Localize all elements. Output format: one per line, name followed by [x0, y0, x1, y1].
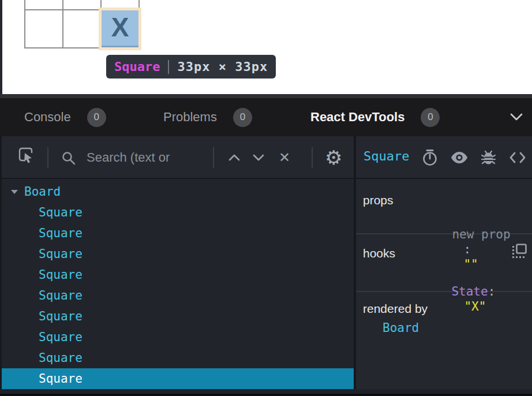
element-inspect-tooltip: Square 33px × 33px	[106, 55, 276, 79]
eye-icon[interactable]	[451, 151, 468, 164]
expander-triangle-icon[interactable]	[9, 189, 19, 195]
bottom-strip	[0, 389, 532, 394]
tree-row-square[interactable]: Square	[0, 327, 354, 348]
tab-label: Console	[24, 110, 71, 125]
tree-row-square[interactable]: Square	[0, 285, 354, 306]
tree-toolbar: ✕ ⚙	[0, 136, 354, 179]
component-name: Square	[39, 202, 83, 223]
tree-row-square[interactable]: Square	[0, 244, 354, 264]
board-square[interactable]	[63, 0, 100, 9]
tab-react-devtools[interactable]: React DevTools 0	[310, 98, 440, 136]
devtools-drawer-tabbar: Console 0 Problems 0 React DevTools 0	[0, 98, 532, 136]
component-name: Board	[24, 181, 61, 202]
tree-row-square[interactable]: Square	[0, 264, 354, 285]
component-name: Square	[39, 244, 83, 264]
search-prev-button[interactable]	[228, 154, 241, 162]
tree-row-square[interactable]: Square	[0, 306, 354, 327]
tab-problems-badge: 0	[233, 108, 252, 127]
search-next-button[interactable]	[252, 154, 265, 162]
selected-component-title: Square	[364, 149, 409, 163]
search-icon	[61, 151, 76, 166]
component-name: Square	[39, 285, 83, 306]
hooks-section: hooks State: "X"	[356, 234, 532, 292]
tic-tac-toe-board: X	[24, 0, 140, 48]
component-name: Square	[39, 327, 83, 348]
inspector-toolbar: Square	[356, 136, 532, 179]
gear-icon[interactable]: ⚙	[325, 148, 342, 167]
page-devtools-divider	[0, 94, 532, 98]
props-section: props new prop : ""	[356, 179, 532, 234]
parse-hook-names-icon[interactable]	[512, 244, 527, 259]
component-name: Square	[39, 264, 83, 285]
tab-label: Problems	[163, 110, 217, 125]
screenshot-root: X Square 33px × 33px Console 0 Problems …	[0, 0, 532, 396]
rendered-by-section: rendered by Board	[356, 292, 532, 389]
bottom-edge	[0, 394, 532, 396]
tree-row-board[interactable]: Board	[0, 181, 354, 202]
square-letter: X	[111, 14, 129, 43]
inspect-element-button[interactable]	[17, 146, 35, 163]
tab-console-badge: 0	[87, 108, 106, 127]
react-devtools-panel: ✕ ⚙ Board Square Square Square Square Sq…	[0, 136, 532, 389]
panel-left-edge	[0, 136, 2, 389]
components-tree-panel: ✕ ⚙ Board Square Square Square Square Sq…	[0, 136, 354, 389]
tab-react-devtools-badge: 0	[421, 108, 440, 127]
rendered-by-owner-link[interactable]: Board	[383, 320, 419, 335]
tree-row-square[interactable]: Square	[0, 348, 354, 368]
tree-row-square[interactable]: Square	[0, 202, 354, 223]
tooltip-component-name: Square	[114, 59, 160, 74]
component-name: Square	[39, 368, 83, 389]
board-square-highlighted[interactable]: X	[102, 10, 138, 47]
bug-icon[interactable]	[481, 150, 496, 166]
tree-row-square[interactable]: Square	[0, 223, 354, 244]
component-name: Square	[39, 306, 83, 327]
page-left-edge	[0, 0, 2, 94]
tab-label: React DevTools	[310, 110, 404, 125]
board-square[interactable]	[63, 10, 100, 47]
tab-console[interactable]: Console 0	[24, 98, 106, 136]
stopwatch-icon[interactable]	[422, 149, 438, 166]
board-square[interactable]	[25, 0, 62, 9]
component-tree: Board Square Square Square Square Square…	[0, 179, 354, 389]
board-square[interactable]	[25, 10, 62, 47]
view-source-icon[interactable]	[509, 151, 526, 164]
inspected-page: X Square 33px × 33px	[0, 0, 532, 94]
board-square[interactable]	[102, 0, 138, 9]
chevron-down-icon[interactable]	[510, 113, 523, 121]
toolbar-divider	[312, 147, 313, 168]
search-clear-button[interactable]: ✕	[279, 151, 290, 165]
search-input[interactable]	[87, 148, 207, 167]
tree-row-square-selected[interactable]: Square	[0, 368, 354, 389]
props-heading: props	[363, 193, 394, 208]
tab-problems[interactable]: Problems 0	[163, 98, 252, 136]
toolbar-divider	[213, 147, 214, 168]
hooks-heading: hooks	[363, 246, 395, 261]
tooltip-dimensions: 33px × 33px	[177, 59, 268, 74]
toolbar-divider	[47, 147, 48, 168]
component-name: Square	[39, 223, 83, 244]
inspector-panel: Square	[356, 136, 532, 389]
component-name: Square	[39, 348, 83, 368]
tooltip-divider	[168, 60, 169, 74]
rendered-by-heading: rendered by	[363, 301, 428, 316]
